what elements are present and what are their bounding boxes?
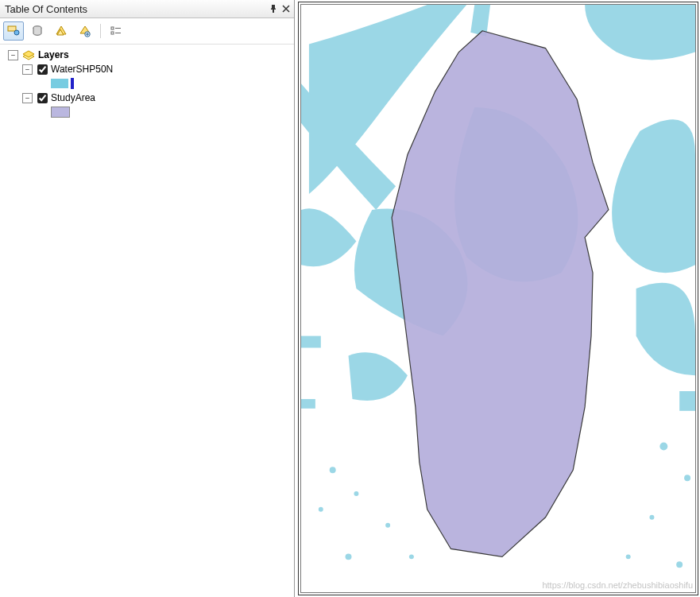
svg-point-12 (354, 491, 358, 496)
symbol-polygon-swatch (51, 107, 70, 118)
list-by-visibility-button[interactable] (51, 21, 72, 41)
svg-rect-23 (301, 399, 315, 409)
svg-point-16 (409, 554, 414, 559)
layer-row[interactable]: − StudyArea (3, 91, 291, 105)
collapse-icon[interactable]: − (22, 93, 33, 103)
toc-title: Table Of Contents (5, 3, 267, 15)
symbol-line-swatch (71, 78, 74, 89)
list-by-selection-button[interactable] (75, 21, 95, 41)
svg-rect-7 (111, 27, 114, 29)
collapse-icon[interactable]: − (22, 64, 33, 75)
svg-point-14 (346, 553, 352, 560)
layers-group-icon (21, 49, 36, 60)
svg-point-1 (14, 30, 19, 35)
svg-point-17 (659, 443, 667, 451)
svg-rect-24 (679, 391, 695, 411)
svg-point-15 (385, 523, 390, 528)
svg-rect-0 (8, 26, 16, 31)
layer-visibility-checkbox[interactable] (37, 64, 48, 75)
study-area-polygon (392, 31, 609, 557)
svg-point-13 (319, 507, 323, 512)
toc-tree: − Layers − WaterSHP50N − StudyArea (0, 45, 294, 597)
map-canvas[interactable] (300, 4, 696, 593)
layer-label: StudyArea (51, 92, 95, 103)
table-of-contents-panel: Table Of Contents (0, 0, 295, 597)
list-by-source-button[interactable] (27, 21, 48, 41)
toolbar-separator (100, 24, 101, 38)
list-by-drawing-order-button[interactable] (3, 21, 24, 41)
pin-icon[interactable] (267, 2, 280, 15)
svg-point-19 (649, 515, 654, 520)
tree-root-label: Layers (38, 49, 69, 60)
options-button[interactable] (106, 21, 126, 41)
collapse-icon[interactable]: − (8, 50, 18, 60)
svg-point-20 (626, 554, 631, 559)
toc-header: Table Of Contents (0, 0, 294, 18)
svg-point-21 (676, 561, 683, 568)
toc-toolbar (0, 18, 294, 45)
layer-row[interactable]: − WaterSHP50N (3, 62, 291, 76)
map-view-frame: https://blog.csdn.net/zhebushibiaoshifu (298, 2, 698, 595)
svg-rect-22 (301, 336, 321, 348)
layer-visibility-checkbox[interactable] (37, 93, 48, 103)
close-icon[interactable] (280, 2, 292, 15)
symbol-fill-swatch (51, 79, 68, 88)
tree-root-row[interactable]: − Layers (3, 48, 291, 62)
svg-point-11 (330, 467, 336, 473)
layer-symbol-row[interactable] (3, 105, 291, 119)
svg-point-18 (684, 475, 690, 481)
layer-label: WaterSHP50N (51, 64, 113, 75)
svg-rect-8 (111, 32, 114, 34)
layer-symbol-row[interactable] (3, 76, 291, 91)
